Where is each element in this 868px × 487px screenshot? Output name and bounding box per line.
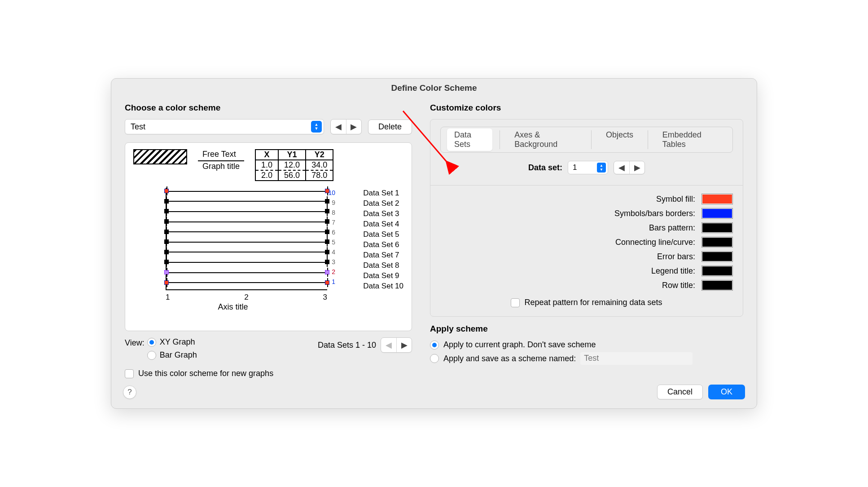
legend-item: Data Set 10 bbox=[363, 281, 403, 291]
left-pane: Choose a color scheme Test ▲▼ ◀ ▶ Delete… bbox=[125, 101, 412, 378]
cancel-button[interactable]: Cancel bbox=[657, 385, 703, 399]
legend-item: Data Set 4 bbox=[363, 219, 403, 229]
label-connecting-line: Connecting line/curve: bbox=[615, 238, 695, 247]
use-for-new-checkbox[interactable]: Use this color scheme for new graphs bbox=[125, 369, 412, 378]
y-number-labels: 10 9 8 7 6 5 4 3 2 1 bbox=[328, 188, 335, 287]
customize-panel: Data Sets Axes & Background Objects Embe… bbox=[430, 119, 743, 317]
preview-table: X Y1 Y2 1.0 12.0 34.0 2.0 56.0 78.0 bbox=[255, 149, 333, 181]
tabbar: Data Sets Axes & Background Objects Embe… bbox=[440, 127, 733, 153]
datasets-next-button[interactable]: ▶ bbox=[396, 338, 412, 352]
x-ticks: 1 2 3 bbox=[166, 293, 327, 302]
label-legend-title: Legend title: bbox=[651, 266, 695, 276]
free-text-label: Free Text bbox=[198, 149, 244, 161]
scheme-combo-value: Test bbox=[131, 122, 311, 132]
dataset-next-button[interactable]: ▶ bbox=[629, 161, 644, 174]
scheme-prev-button[interactable]: ◀ bbox=[331, 120, 346, 134]
hatch-swatch bbox=[133, 149, 187, 164]
scheme-name-input[interactable] bbox=[580, 352, 693, 365]
tab-embedded-tables[interactable]: Embedded Tables bbox=[655, 128, 726, 151]
view-row: View: XY Graph Bar Graph Data Sets 1 - 1… bbox=[125, 337, 412, 360]
graph-area: 10 9 8 7 6 5 4 3 2 1 Data Set 1 Data Set… bbox=[139, 188, 403, 308]
axis-title: Axis title bbox=[139, 302, 327, 312]
view-label: View: bbox=[125, 337, 145, 348]
label-row-title: Row title: bbox=[662, 281, 695, 290]
tab-data-sets[interactable]: Data Sets bbox=[447, 128, 492, 151]
apply-current-radio[interactable]: Apply to current graph. Don't save schem… bbox=[430, 340, 743, 350]
axes bbox=[166, 188, 327, 290]
swatch-symbol-fill[interactable] bbox=[701, 194, 733, 204]
td-02: 34.0 bbox=[306, 160, 333, 170]
help-button[interactable]: ? bbox=[123, 385, 136, 399]
legend-item: Data Set 9 bbox=[363, 270, 403, 281]
swatch-row-title[interactable] bbox=[701, 280, 733, 291]
radio-checked-icon bbox=[430, 341, 439, 350]
dataset-label: Data set: bbox=[528, 163, 562, 173]
customize-heading: Customize colors bbox=[430, 103, 743, 113]
datasets-nav: ◀ ▶ bbox=[381, 337, 412, 353]
content-area: Choose a color scheme Test ▲▼ ◀ ▶ Delete… bbox=[111, 97, 757, 378]
legend-item: Data Set 1 bbox=[363, 188, 403, 198]
ok-button[interactable]: OK bbox=[708, 385, 745, 399]
combo-stepper-icon: ▲▼ bbox=[311, 121, 322, 133]
swatch-legend-title[interactable] bbox=[701, 266, 733, 276]
dialog-window: Define Color Scheme Choose a color schem… bbox=[111, 78, 757, 409]
dataset-nav: ◀ ▶ bbox=[614, 161, 645, 174]
label-symbol-fill: Symbol fill: bbox=[656, 195, 695, 204]
view-xy-radio[interactable]: XY Graph bbox=[147, 337, 197, 347]
scheme-nav: ◀ ▶ bbox=[330, 119, 362, 134]
th-y2: Y2 bbox=[306, 150, 333, 160]
scheme-selector-row: Test ▲▼ ◀ ▶ Delete bbox=[125, 119, 412, 134]
th-y1: Y1 bbox=[278, 150, 306, 160]
legend-item: Data Set 5 bbox=[363, 229, 403, 239]
dataset-prev-button[interactable]: ◀ bbox=[614, 161, 629, 174]
legend-item: Data Set 7 bbox=[363, 250, 403, 260]
swatch-borders[interactable] bbox=[701, 208, 733, 219]
tab-objects[interactable]: Objects bbox=[599, 128, 640, 151]
preview-panel: Free Text Graph title X Y1 Y2 1.0 12.0 3… bbox=[125, 142, 412, 331]
choose-scheme-heading: Choose a color scheme bbox=[125, 103, 412, 113]
radio-checked-icon bbox=[147, 338, 156, 347]
scheme-next-button[interactable]: ▶ bbox=[346, 120, 361, 134]
scheme-combo[interactable]: Test ▲▼ bbox=[125, 119, 324, 134]
combo-stepper-icon: ▲▼ bbox=[597, 163, 606, 173]
legend-item: Data Set 6 bbox=[363, 239, 403, 250]
view-bar-radio[interactable]: Bar Graph bbox=[147, 350, 197, 360]
apply-heading: Apply scheme bbox=[430, 324, 743, 334]
label-borders: Symbols/bars borders: bbox=[614, 209, 695, 218]
datasets-range-label: Data Sets 1 - 10 bbox=[318, 341, 376, 350]
th-x: X bbox=[255, 150, 278, 160]
radio-icon bbox=[430, 354, 439, 363]
checkbox-icon bbox=[125, 369, 134, 378]
swatch-connecting-line[interactable] bbox=[701, 237, 733, 248]
td-01: 12.0 bbox=[278, 160, 306, 170]
legend-item: Data Set 3 bbox=[363, 208, 403, 219]
td-11: 56.0 bbox=[278, 170, 306, 181]
footer: ? Cancel OK bbox=[111, 378, 757, 408]
swatch-bars-pattern[interactable] bbox=[701, 222, 733, 233]
td-00: 1.0 bbox=[255, 160, 278, 170]
right-pane: Customize colors Data Sets Axes & Backgr… bbox=[430, 101, 743, 378]
repeat-checkbox[interactable]: Repeat pattern for remaining data sets bbox=[440, 298, 733, 307]
label-error-bars: Error bars: bbox=[657, 252, 695, 261]
datasets-prev-button[interactable]: ◀ bbox=[381, 338, 396, 352]
legend-labels: Data Set 1 Data Set 2 Data Set 3 Data Se… bbox=[363, 188, 403, 291]
legend-item: Data Set 2 bbox=[363, 198, 403, 208]
apply-save-radio[interactable]: Apply and save as a scheme named: bbox=[430, 352, 743, 365]
dataset-combo[interactable]: 1 ▲▼ bbox=[568, 161, 608, 174]
label-bars-pattern: Bars pattern: bbox=[649, 223, 695, 233]
legend-item: Data Set 8 bbox=[363, 260, 403, 270]
window-title: Define Color Scheme bbox=[111, 79, 757, 97]
swatch-error-bars[interactable] bbox=[701, 251, 733, 262]
checkbox-icon bbox=[511, 298, 520, 307]
radio-icon bbox=[147, 351, 156, 360]
td-10: 2.0 bbox=[255, 170, 278, 181]
tab-axes-background[interactable]: Axes & Background bbox=[507, 128, 584, 151]
td-12: 78.0 bbox=[306, 170, 333, 181]
graph-title-label: Graph title bbox=[198, 161, 244, 173]
delete-button[interactable]: Delete bbox=[368, 120, 412, 134]
